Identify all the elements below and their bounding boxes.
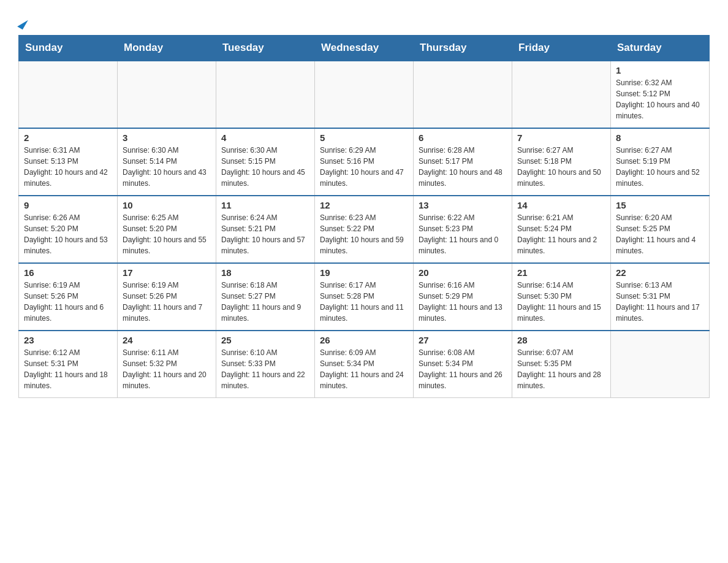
- day-info: Sunrise: 6:30 AMSunset: 5:15 PMDaylight:…: [221, 145, 309, 189]
- table-row: [315, 61, 414, 128]
- table-row: [512, 61, 611, 128]
- table-row: 9Sunrise: 6:26 AMSunset: 5:20 PMDaylight…: [19, 196, 118, 263]
- table-row: 10Sunrise: 6:25 AMSunset: 5:20 PMDayligh…: [118, 196, 216, 263]
- table-row: [611, 331, 710, 398]
- day-number: 1: [616, 65, 704, 75]
- day-number: 5: [320, 132, 408, 143]
- day-info: Sunrise: 6:28 AMSunset: 5:17 PMDaylight:…: [419, 145, 507, 189]
- table-row: 26Sunrise: 6:09 AMSunset: 5:34 PMDayligh…: [315, 331, 414, 398]
- day-number: 12: [320, 200, 408, 210]
- calendar-table: Sunday Monday Tuesday Wednesday Thursday…: [18, 35, 710, 399]
- day-number: 9: [24, 200, 112, 210]
- table-row: 12Sunrise: 6:23 AMSunset: 5:22 PMDayligh…: [315, 196, 414, 263]
- day-info: Sunrise: 6:23 AMSunset: 5:22 PMDaylight:…: [320, 212, 408, 256]
- day-info: Sunrise: 6:17 AMSunset: 5:28 PMDaylight:…: [320, 280, 408, 324]
- day-number: 24: [123, 335, 211, 345]
- day-info: Sunrise: 6:22 AMSunset: 5:23 PMDaylight:…: [419, 212, 507, 256]
- day-info: Sunrise: 6:25 AMSunset: 5:20 PMDaylight:…: [123, 212, 211, 256]
- table-row: 13Sunrise: 6:22 AMSunset: 5:23 PMDayligh…: [414, 196, 512, 263]
- day-number: 14: [517, 200, 605, 210]
- calendar-week-row: 2Sunrise: 6:31 AMSunset: 5:13 PMDaylight…: [19, 128, 710, 196]
- day-info: Sunrise: 6:19 AMSunset: 5:26 PMDaylight:…: [24, 280, 112, 324]
- day-number: 21: [517, 267, 605, 278]
- header-sunday: Sunday: [19, 35, 118, 61]
- header-friday: Friday: [512, 35, 611, 61]
- day-info: Sunrise: 6:31 AMSunset: 5:13 PMDaylight:…: [24, 145, 112, 189]
- day-number: 18: [221, 267, 309, 278]
- table-row: 18Sunrise: 6:18 AMSunset: 5:27 PMDayligh…: [216, 263, 315, 331]
- day-info: Sunrise: 6:24 AMSunset: 5:21 PMDaylight:…: [221, 212, 309, 256]
- day-number: 11: [221, 200, 309, 210]
- day-number: 3: [123, 132, 211, 143]
- table-row: 7Sunrise: 6:27 AMSunset: 5:18 PMDaylight…: [512, 128, 611, 196]
- table-row: 22Sunrise: 6:13 AMSunset: 5:31 PMDayligh…: [611, 263, 710, 331]
- page-header: [18, 12, 710, 29]
- table-row: 6Sunrise: 6:28 AMSunset: 5:17 PMDaylight…: [414, 128, 512, 196]
- day-number: 19: [320, 267, 408, 278]
- header-wednesday: Wednesday: [315, 35, 414, 61]
- day-info: Sunrise: 6:26 AMSunset: 5:20 PMDaylight:…: [24, 212, 112, 256]
- day-info: Sunrise: 6:12 AMSunset: 5:31 PMDaylight:…: [24, 347, 112, 391]
- header-tuesday: Tuesday: [216, 35, 315, 61]
- day-info: Sunrise: 6:07 AMSunset: 5:35 PMDaylight:…: [517, 347, 605, 391]
- day-number: 2: [24, 132, 112, 143]
- table-row: 21Sunrise: 6:14 AMSunset: 5:30 PMDayligh…: [512, 263, 611, 331]
- table-row: 5Sunrise: 6:29 AMSunset: 5:16 PMDaylight…: [315, 128, 414, 196]
- table-row: [216, 61, 315, 128]
- logo-triangle-icon: [17, 17, 28, 29]
- day-number: 17: [123, 267, 211, 278]
- day-info: Sunrise: 6:32 AMSunset: 5:12 PMDaylight:…: [616, 77, 704, 121]
- table-row: 1Sunrise: 6:32 AMSunset: 5:12 PMDaylight…: [611, 61, 710, 128]
- table-row: [118, 61, 216, 128]
- day-number: 16: [24, 267, 112, 278]
- calendar-week-row: 9Sunrise: 6:26 AMSunset: 5:20 PMDaylight…: [19, 196, 710, 263]
- table-row: 23Sunrise: 6:12 AMSunset: 5:31 PMDayligh…: [19, 331, 118, 398]
- header-monday: Monday: [118, 35, 216, 61]
- table-row: 27Sunrise: 6:08 AMSunset: 5:34 PMDayligh…: [414, 331, 512, 398]
- table-row: 8Sunrise: 6:27 AMSunset: 5:19 PMDaylight…: [611, 128, 710, 196]
- table-row: 28Sunrise: 6:07 AMSunset: 5:35 PMDayligh…: [512, 331, 611, 398]
- table-row: 3Sunrise: 6:30 AMSunset: 5:14 PMDaylight…: [118, 128, 216, 196]
- day-info: Sunrise: 6:13 AMSunset: 5:31 PMDaylight:…: [616, 280, 704, 324]
- table-row: 24Sunrise: 6:11 AMSunset: 5:32 PMDayligh…: [118, 331, 216, 398]
- day-number: 10: [123, 200, 211, 210]
- day-number: 6: [419, 132, 507, 143]
- logo: [18, 12, 26, 29]
- calendar-week-row: 16Sunrise: 6:19 AMSunset: 5:26 PMDayligh…: [19, 263, 710, 331]
- day-number: 25: [221, 335, 309, 345]
- day-number: 26: [320, 335, 408, 345]
- table-row: 2Sunrise: 6:31 AMSunset: 5:13 PMDaylight…: [19, 128, 118, 196]
- table-row: 4Sunrise: 6:30 AMSunset: 5:15 PMDaylight…: [216, 128, 315, 196]
- day-info: Sunrise: 6:27 AMSunset: 5:18 PMDaylight:…: [517, 145, 605, 189]
- calendar-week-row: 23Sunrise: 6:12 AMSunset: 5:31 PMDayligh…: [19, 331, 710, 398]
- logo-general-line: [18, 12, 26, 29]
- table-row: [414, 61, 512, 128]
- table-row: 14Sunrise: 6:21 AMSunset: 5:24 PMDayligh…: [512, 196, 611, 263]
- day-info: Sunrise: 6:09 AMSunset: 5:34 PMDaylight:…: [320, 347, 408, 391]
- day-info: Sunrise: 6:16 AMSunset: 5:29 PMDaylight:…: [419, 280, 507, 324]
- table-row: 20Sunrise: 6:16 AMSunset: 5:29 PMDayligh…: [414, 263, 512, 331]
- day-info: Sunrise: 6:11 AMSunset: 5:32 PMDaylight:…: [123, 347, 211, 391]
- day-number: 15: [616, 200, 704, 210]
- day-info: Sunrise: 6:27 AMSunset: 5:19 PMDaylight:…: [616, 145, 704, 189]
- day-number: 20: [419, 267, 507, 278]
- day-info: Sunrise: 6:19 AMSunset: 5:26 PMDaylight:…: [123, 280, 211, 324]
- calendar-header-row: Sunday Monday Tuesday Wednesday Thursday…: [19, 35, 710, 61]
- day-info: Sunrise: 6:08 AMSunset: 5:34 PMDaylight:…: [419, 347, 507, 391]
- table-row: [19, 61, 118, 128]
- table-row: 11Sunrise: 6:24 AMSunset: 5:21 PMDayligh…: [216, 196, 315, 263]
- day-info: Sunrise: 6:18 AMSunset: 5:27 PMDaylight:…: [221, 280, 309, 324]
- day-info: Sunrise: 6:10 AMSunset: 5:33 PMDaylight:…: [221, 347, 309, 391]
- day-info: Sunrise: 6:14 AMSunset: 5:30 PMDaylight:…: [517, 280, 605, 324]
- day-info: Sunrise: 6:30 AMSunset: 5:14 PMDaylight:…: [123, 145, 211, 189]
- day-number: 23: [24, 335, 112, 345]
- table-row: 17Sunrise: 6:19 AMSunset: 5:26 PMDayligh…: [118, 263, 216, 331]
- day-number: 27: [419, 335, 507, 345]
- day-number: 13: [419, 200, 507, 210]
- header-saturday: Saturday: [611, 35, 710, 61]
- table-row: 25Sunrise: 6:10 AMSunset: 5:33 PMDayligh…: [216, 331, 315, 398]
- day-info: Sunrise: 6:21 AMSunset: 5:24 PMDaylight:…: [517, 212, 605, 256]
- table-row: 16Sunrise: 6:19 AMSunset: 5:26 PMDayligh…: [19, 263, 118, 331]
- calendar-week-row: 1Sunrise: 6:32 AMSunset: 5:12 PMDaylight…: [19, 61, 710, 128]
- day-info: Sunrise: 6:29 AMSunset: 5:16 PMDaylight:…: [320, 145, 408, 189]
